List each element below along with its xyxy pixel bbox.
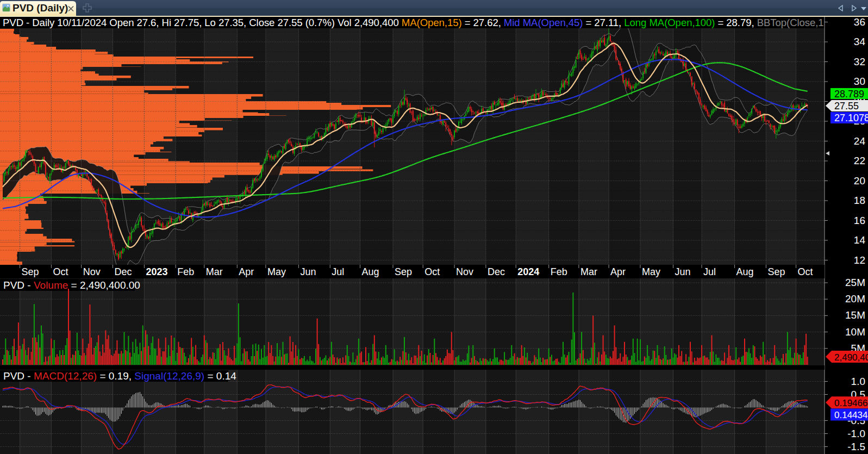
svg-text:Mar: Mar [580, 266, 597, 277]
svg-text:0.19466: 0.19466 [834, 398, 867, 408]
svg-text:16: 16 [854, 215, 865, 226]
svg-text:1.0: 1.0 [851, 376, 865, 387]
svg-text:Nov: Nov [83, 266, 101, 277]
svg-text:0.14434: 0.14434 [834, 410, 867, 420]
svg-text:Jun: Jun [300, 266, 316, 277]
svg-text:Jul: Jul [703, 266, 716, 277]
svg-text:Aug: Aug [736, 266, 754, 277]
svg-text:20: 20 [854, 175, 865, 186]
svg-text:25M: 25M [845, 277, 865, 288]
svg-text:PVD (Daily): PVD (Daily) [13, 2, 68, 14]
svg-text:Oct: Oct [798, 266, 813, 277]
svg-text:Nov: Nov [456, 266, 473, 277]
svg-text:PVD - MACD(12,26) = 0.19, Sign: PVD - MACD(12,26) = 0.19, Signal(12,26,9… [3, 370, 236, 382]
svg-text:-1.0: -1.0 [847, 428, 865, 439]
svg-text:2024: 2024 [517, 266, 539, 277]
svg-text:Oct: Oct [424, 266, 440, 277]
svg-text:18: 18 [854, 195, 865, 206]
svg-text:Apr: Apr [239, 266, 254, 277]
svg-text:May: May [267, 266, 286, 277]
svg-text:2023: 2023 [146, 266, 167, 277]
svg-text:28.789: 28.789 [834, 89, 864, 99]
svg-text:14: 14 [854, 234, 866, 246]
svg-text:Feb: Feb [551, 266, 567, 277]
svg-text:Jul: Jul [332, 266, 344, 277]
svg-text:27.1078: 27.1078 [834, 113, 868, 123]
svg-text:15M: 15M [845, 309, 865, 321]
svg-text:PVD - Daily 10/11/2024 Open 27: PVD - Daily 10/11/2024 Open 27.6, Hi 27.… [3, 17, 838, 28]
svg-text:Jun: Jun [675, 266, 691, 277]
svg-text:12: 12 [854, 254, 865, 266]
svg-text:34: 34 [854, 36, 866, 47]
svg-text:Aug: Aug [362, 266, 379, 277]
svg-text:10M: 10M [845, 326, 865, 338]
svg-text:-1.5: -1.5 [847, 441, 865, 452]
svg-text:Dec: Dec [488, 266, 505, 277]
svg-text:2,490,40: 2,490,40 [834, 352, 868, 363]
svg-text:20M: 20M [845, 293, 865, 304]
svg-text:Dec: Dec [115, 266, 132, 277]
svg-text:Sep: Sep [767, 266, 785, 277]
svg-text:PVD - Volume = 2,490,400.00: PVD - Volume = 2,490,400.00 [3, 279, 140, 291]
svg-text:27.55: 27.55 [834, 101, 859, 111]
svg-text:Sep: Sep [395, 266, 412, 277]
svg-text:Oct: Oct [53, 266, 68, 277]
svg-text:Apr: Apr [610, 266, 626, 277]
svg-text:Mar: Mar [206, 266, 223, 277]
svg-text:Feb: Feb [177, 266, 194, 277]
svg-text:32: 32 [854, 56, 865, 67]
svg-text:30: 30 [854, 76, 865, 87]
svg-text:24: 24 [854, 135, 866, 147]
svg-text:22: 22 [854, 155, 865, 166]
svg-text:May: May [642, 266, 660, 277]
svg-text:36: 36 [854, 16, 865, 28]
svg-text:Sep: Sep [22, 266, 39, 277]
